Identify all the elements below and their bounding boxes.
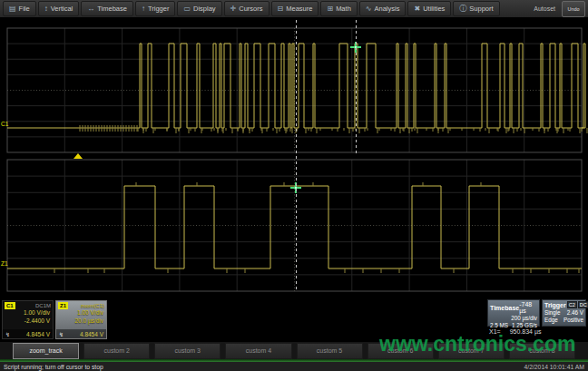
menu-utilities[interactable]: ✖Utilities <box>407 1 451 16</box>
menu-timebase[interactable]: ↔Timebase <box>81 1 133 16</box>
z1-scale: 1.00 V/div <box>56 309 106 317</box>
trigger-summary-box[interactable]: Trigger C2DC Single2.46 V EdgePositive <box>542 299 586 327</box>
status-datetime: 4/2/2014 10:01:41 AM <box>524 364 584 370</box>
custom-button-2[interactable]: custom 2 <box>83 343 150 359</box>
menu-trigger[interactable]: ↑Trigger <box>135 1 175 16</box>
menu-measure[interactable]: ⊟Measure <box>271 1 319 16</box>
file-icon: ▤ <box>9 5 16 13</box>
utilities-icon: ✖ <box>414 5 420 13</box>
oscilloscope-screen: { "menu": { "items": [ {"label": "File",… <box>0 0 588 371</box>
menu-trigger-label: Trigger <box>148 5 169 13</box>
c1-offset: -2.4400 V <box>3 317 53 326</box>
custom-button-4[interactable]: custom 4 <box>225 343 291 359</box>
status-bar: Script running; turn off cursor to stop … <box>0 362 588 371</box>
custom-button-row: zoom_track custom 2 custom 3 custom 4 cu… <box>0 342 588 359</box>
custom-button-zoom-track[interactable]: zoom_track <box>13 343 79 359</box>
menu-display[interactable]: ▭Display <box>177 1 221 16</box>
trigger-slope: Positive <box>564 317 583 324</box>
menu-utilities-label: Utilities <box>423 5 445 13</box>
trigger-mode: Single <box>544 309 561 317</box>
trigger-source-chip: C2 <box>567 301 577 308</box>
timebase-per-div: 200 µs/div <box>511 315 537 322</box>
menu-support-label: Support <box>469 5 493 13</box>
menu-math-label: Math <box>336 5 351 13</box>
cursors-icon: ✛ <box>230 5 237 13</box>
menu-math[interactable]: ⊞Math <box>320 1 357 16</box>
z1-badge: Z1 <box>58 302 68 309</box>
cursor-readout-value: 950.834 µs <box>510 328 542 335</box>
custom-button-6[interactable]: custom 6 <box>368 343 434 359</box>
z1-level: 4.8454 V <box>80 331 103 337</box>
svg-text:C1: C1 <box>1 121 9 127</box>
timebase-offset: -748 µs <box>519 301 537 314</box>
menu-vertical-label: Vertical <box>51 5 74 13</box>
trigger-type: Edge <box>544 317 558 324</box>
display-icon: ▭ <box>183 5 191 13</box>
vertical-icon: ↕ <box>44 5 48 13</box>
trigger-title: Trigger <box>544 302 566 308</box>
menu-bar: ▤File ↕Vertical ↔Timebase ↑Trigger ▭Disp… <box>0 0 588 18</box>
menu-file-label: File <box>19 5 30 13</box>
menu-support[interactable]: ⓘSupport <box>453 1 499 16</box>
c1-level: 4.8454 V <box>26 331 50 337</box>
c1-scale: 1.00 V/div <box>3 309 53 317</box>
cursor-readout-label: X1= <box>489 328 501 335</box>
menu-analysis[interactable]: ∿Analysis <box>359 1 407 16</box>
math-icon: ⊞ <box>327 5 333 13</box>
trigger-coupling-chip: DC <box>578 301 588 308</box>
cursor-readout: X1=950.834 µs <box>489 328 541 335</box>
zoom-position-cursor-line[interactable] <box>356 20 357 153</box>
menu-cursors[interactable]: ✛Cursors <box>224 1 270 16</box>
c1-badge: C1 <box>5 302 15 309</box>
x1-cursor-line[interactable] <box>296 20 297 292</box>
menu-vertical[interactable]: ↕Vertical <box>38 1 80 16</box>
timebase-title: Timebase <box>490 305 519 311</box>
menu-cursors-label: Cursors <box>239 5 262 13</box>
status-message: Script running; turn off cursor to stop <box>4 364 103 370</box>
menu-measure-label: Measure <box>286 5 312 13</box>
level-arrow-icon: ↯ <box>5 331 10 337</box>
measure-icon: ⊟ <box>278 5 284 13</box>
custom-button-3[interactable]: custom 3 <box>154 343 220 359</box>
custom-button-5[interactable]: custom 5 <box>297 343 363 359</box>
custom-button-8[interactable]: custom 8 <box>509 343 575 359</box>
descriptor-row: C1 DC1M 1.00 V/div -2.4400 V ↯ 4.8454 V … <box>0 299 588 341</box>
channel-c1-descriptor[interactable]: C1 DC1M 1.00 V/div -2.4400 V ↯ 4.8454 V <box>2 300 54 339</box>
zoom-z1-descriptor[interactable]: Z1 zoom(C1) 1.00 V/div 20.0 µs/div ↯ 4.8… <box>55 300 107 339</box>
menu-file[interactable]: ▤File <box>3 1 36 16</box>
autoset-button[interactable]: Autoset <box>529 5 560 12</box>
analysis-icon: ∿ <box>366 5 372 13</box>
menu-display-label: Display <box>193 5 216 13</box>
trigger-level: 2.46 V <box>567 309 583 317</box>
svg-text:Z1: Z1 <box>1 260 8 267</box>
undo-button[interactable]: Undo <box>562 1 585 17</box>
timebase-icon: ↔ <box>87 5 94 13</box>
menu-analysis-label: Analysis <box>375 5 400 13</box>
trigger-icon: ↑ <box>142 5 145 13</box>
z1-source: zoom(C1) <box>81 303 104 308</box>
level-arrow-icon: ↯ <box>59 331 64 337</box>
trigger-position-marker[interactable] <box>74 153 83 159</box>
menu-timebase-label: Timebase <box>97 5 127 13</box>
z1-timebase: 20.0 µs/div <box>56 317 106 326</box>
timebase-summary-box[interactable]: Timebase-748 µs 200 µs/div 2.5 MS1.25 GS… <box>487 299 540 327</box>
support-icon: ⓘ <box>459 5 466 13</box>
c1-coupling: DC1M <box>35 303 51 308</box>
custom-button-7[interactable]: custom 7 <box>438 343 505 359</box>
